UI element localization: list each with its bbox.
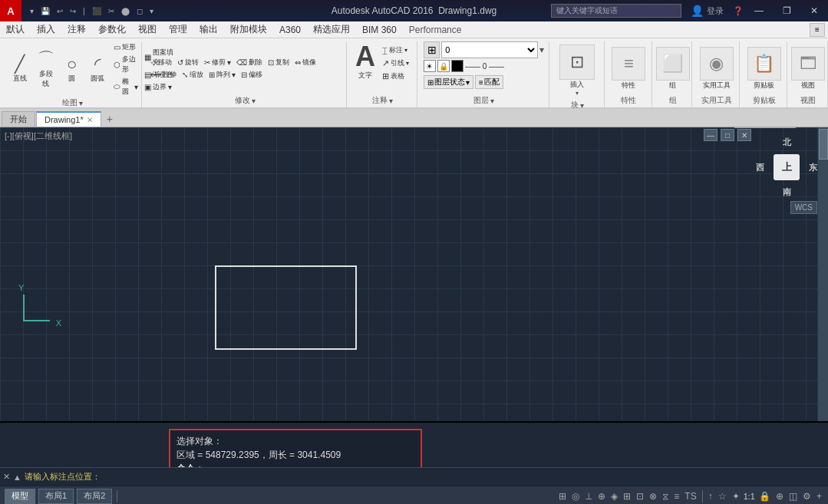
tool-layer-state[interactable]: ⊞图层状态▾ xyxy=(424,75,473,89)
menu-a360[interactable]: A360 xyxy=(273,21,307,38)
canvas-restore-btn[interactable]: □ xyxy=(721,129,734,141)
status-otrack-icon[interactable]: ⊡ xyxy=(635,489,645,503)
tool-copy[interactable]: ⊡ 复制 xyxy=(266,57,292,68)
group-group-label[interactable]: 组 xyxy=(669,95,677,106)
tab-close-icon[interactable]: ✕ xyxy=(87,116,93,124)
tool-utilities[interactable]: ◉ 实用工具 xyxy=(695,44,738,94)
tool-mirror[interactable]: ⇔ 镜像 xyxy=(292,57,318,68)
tool-insert[interactable]: ⊡ 插入 ▾ xyxy=(553,41,601,100)
tool-table[interactable]: ⊞ 表格 xyxy=(380,71,411,82)
close-button[interactable]: ✕ xyxy=(800,0,828,21)
tool-arc[interactable]: ◜ 圆弧 xyxy=(86,54,111,85)
block-group-label[interactable]: 块 ▾ xyxy=(571,100,584,110)
menu-performance[interactable]: Performance xyxy=(403,21,468,38)
tool-dimension[interactable]: ⌶ 标注 ▾ xyxy=(380,44,411,56)
properties-group-label[interactable]: 特性 xyxy=(621,95,636,106)
tool-array[interactable]: ⊞ 阵列 ▾ xyxy=(206,69,238,81)
tool-offset[interactable]: ⊟ 偏移 xyxy=(239,69,265,81)
menu-featured[interactable]: 精选应用 xyxy=(307,21,356,38)
status-tab-layout1[interactable]: 布局1 xyxy=(38,489,74,504)
quick-btn-7[interactable]: ✂ xyxy=(106,5,117,17)
canvas-close-btn[interactable]: ✕ xyxy=(737,129,751,141)
tool-erase[interactable]: ⌫ 删除 xyxy=(234,57,265,68)
help-btn[interactable]: ❓ xyxy=(733,6,744,16)
quick-btn-8[interactable]: ⬤ xyxy=(119,5,132,17)
tool-polyline[interactable]: ⌒ 多段线 xyxy=(34,48,58,90)
status-iso-icon[interactable]: ◫ xyxy=(787,489,799,503)
tool-rect[interactable]: ▭ 矩形 xyxy=(111,41,140,53)
restore-button[interactable]: ❐ xyxy=(773,0,800,21)
tool-view[interactable]: 🗔 视图 xyxy=(787,44,828,94)
tool-polygon[interactable]: ⬡ 多边形 xyxy=(111,54,140,75)
menu-bim360[interactable]: BIM 360 xyxy=(356,21,403,38)
tool-ellipse[interactable]: ⬭ 椭圆 ▾ xyxy=(111,76,140,97)
layer-btn-lock[interactable]: 🔒 xyxy=(437,60,450,72)
status-polar-icon[interactable]: ⊕ xyxy=(596,489,607,503)
draw-group-label[interactable]: 绘图 ▾ xyxy=(62,97,83,108)
annotation-group-label[interactable]: 注释 ▾ xyxy=(372,95,393,106)
status-osnap-icon[interactable]: ◈ xyxy=(609,489,619,503)
quick-btn-3[interactable]: ↩ xyxy=(54,5,65,17)
status-grid-icon[interactable]: ⊞ xyxy=(557,489,568,503)
tool-line[interactable]: ╱ 直线 xyxy=(8,54,32,85)
navigation-cube[interactable]: 北 南 东 西 上 xyxy=(756,137,817,198)
status-ws-icon[interactable]: ✦ xyxy=(731,489,741,503)
menu-annotate[interactable]: 注释 xyxy=(61,21,92,38)
compass-center[interactable]: 上 xyxy=(774,154,800,180)
menu-manage[interactable]: 管理 xyxy=(163,21,193,38)
status-tspace-icon[interactable]: TS xyxy=(683,489,698,503)
tool-rotate[interactable]: ↺ 旋转 xyxy=(175,57,201,68)
layer-dropdown-arrow[interactable]: ▾ xyxy=(539,44,544,55)
status-plus-icon[interactable]: + xyxy=(815,489,823,503)
tool-stretch[interactable]: ⟷ 拉伸 xyxy=(148,69,179,81)
utilities-group-label[interactable]: 实用工具 xyxy=(701,95,732,106)
menu-addons[interactable]: 附加模块 xyxy=(224,21,273,38)
menu-output[interactable]: 输出 xyxy=(193,21,224,38)
status-ortho-icon[interactable]: ⊥ xyxy=(583,489,594,503)
scrollbar-thumb-v[interactable] xyxy=(819,129,828,160)
modify-group-label[interactable]: 修改 ▾ xyxy=(235,95,256,106)
status-dyn-icon[interactable]: ⧖ xyxy=(661,489,670,503)
cmd-collapse-btn[interactable]: ✕ xyxy=(3,472,10,482)
status-tab-layout2[interactable]: 布局2 xyxy=(77,489,112,504)
tool-layer-match[interactable]: ≡匹配 xyxy=(475,75,503,89)
cmd-up-arrow[interactable]: ▲ xyxy=(13,473,21,482)
status-qp-icon[interactable]: ↑ xyxy=(707,489,714,503)
menu-insert[interactable]: 插入 xyxy=(31,21,61,38)
status-lweight-icon[interactable]: ≡ xyxy=(672,489,681,503)
quick-btn-10[interactable]: ▾ xyxy=(147,5,156,17)
signin-button[interactable]: 👤 登录 xyxy=(686,5,728,17)
view-group-label[interactable]: 视图 xyxy=(800,95,816,106)
tool-move[interactable]: ⊹ 移动 xyxy=(148,57,174,68)
status-3dosnap-icon[interactable]: ⊞ xyxy=(622,489,632,503)
layer-group-label[interactable]: 图层 ▾ xyxy=(473,95,494,106)
tool-clipboard[interactable]: 📋 剪贴板 xyxy=(743,44,786,94)
tool-trim[interactable]: ✂ 修剪 ▾ xyxy=(202,57,233,68)
quick-btn-6[interactable]: ⬛ xyxy=(90,5,104,17)
quick-btn-4[interactable]: ↪ xyxy=(68,5,78,17)
tab-start[interactable]: 开始 xyxy=(2,111,35,127)
vertical-scrollbar[interactable] xyxy=(817,127,828,421)
tool-text-large[interactable]: A 文字 xyxy=(354,41,377,82)
tool-circle[interactable]: ○ 圆 xyxy=(60,54,84,85)
layer-btn-sun[interactable]: ☀ xyxy=(424,60,436,72)
layer-dropdown[interactable]: 0 xyxy=(441,41,538,58)
tool-scale[interactable]: ⤡ 缩放 xyxy=(180,69,206,81)
menu-customize-btn[interactable]: ≡ xyxy=(810,23,825,37)
tool-group[interactable]: ⬜ 组 xyxy=(652,44,694,94)
tool-properties[interactable]: ≡ 特性 xyxy=(607,44,650,94)
tab-add-button[interactable]: + xyxy=(102,111,117,127)
drawing-viewport[interactable]: [-][俯视][二维线框] — □ ✕ 北 南 东 西 上 WCS X Y xyxy=(0,127,828,421)
clipboard-group-label[interactable]: 剪贴板 xyxy=(753,95,776,106)
quick-btn-1[interactable]: ▾ xyxy=(28,5,36,17)
status-ann-icon[interactable]: ☆ xyxy=(717,489,728,503)
menu-parametric[interactable]: 参数化 xyxy=(92,21,132,38)
status-settings-icon[interactable]: ⚙ xyxy=(801,489,813,503)
wcs-label[interactable]: WCS xyxy=(790,201,817,214)
quick-btn-2[interactable]: 💾 xyxy=(38,5,52,17)
tool-leader[interactable]: ↗ 引线 ▾ xyxy=(380,58,411,69)
canvas-minimize-btn[interactable]: — xyxy=(704,129,717,141)
tab-drawing1[interactable]: Drawing1* ✕ xyxy=(36,111,101,127)
quick-btn-5[interactable]: | xyxy=(81,5,87,17)
status-tab-model[interactable]: 模型 xyxy=(5,489,35,504)
